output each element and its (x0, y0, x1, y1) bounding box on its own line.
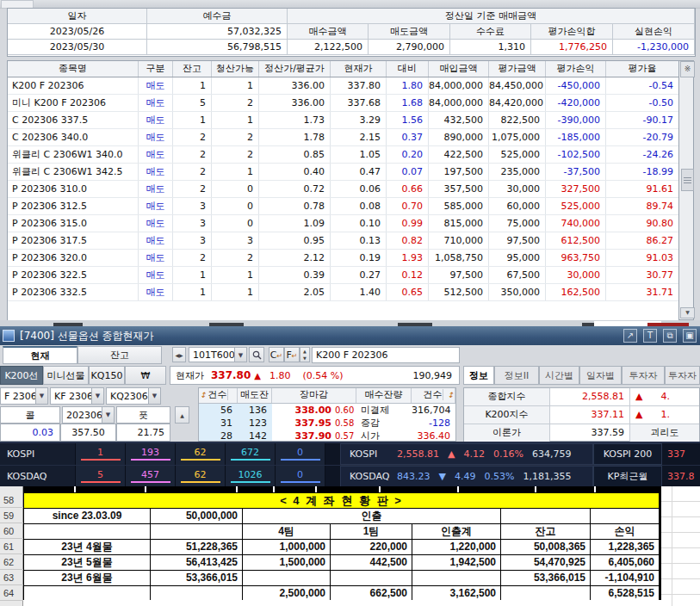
table-row[interactable]: P 202306 322.5매도110.390.270.1297,50067,5… (8, 267, 679, 284)
table-row[interactable]: P 202306 317.5매도330.950.130.82710,00097,… (8, 232, 679, 250)
month-combo-kf[interactable]: KF 2306▼ (50, 387, 104, 405)
trading-app-window: 일자 예수금 정산일 기준 매매금액 2023/05/26 57,032,325… (0, 0, 700, 606)
summary-subheader-evalpl: 평가손익합 (531, 24, 613, 40)
instrument-input[interactable]: K200 F 202306 (312, 347, 460, 363)
col-count-ask: ↕건수 (199, 388, 238, 403)
info-row-k200: K200지수 337.11 ▲ 1. (464, 406, 699, 424)
cell-pl_pct: -90.17 (606, 112, 679, 128)
table-row[interactable]: 위클리 C 2306W1 340.0매도220.851.050.20422,50… (8, 146, 679, 164)
sort-icon[interactable]: ↕ (200, 388, 207, 402)
chevron-down-icon[interactable]: ▼ (35, 388, 47, 404)
col-eval-amount: 평가금액 (489, 61, 546, 77)
tab-kq150[interactable]: KQ150 (89, 366, 125, 385)
top-mini-tab[interactable] (1, 0, 34, 8)
index-tag[interactable]: KP최근월 (593, 466, 662, 487)
search-icon[interactable] (249, 347, 264, 362)
chart-f-icon[interactable]: F↵ (284, 347, 300, 362)
table-row[interactable]: C 202306 340.0매도221.782.150.37890,0001,0… (8, 129, 679, 146)
positions-scrollbar[interactable]: ※ ▼ (678, 60, 694, 320)
summary-subheader-realized: 실현손익 (613, 24, 695, 40)
table-row[interactable]: 미니 K200 F 202306매도52336.00337.681.6884,0… (8, 95, 679, 112)
window-titlebar[interactable]: [7400] 선물옵션 종합현재가 ↗ T ⧉ ▣ (0, 326, 700, 345)
cell-diff: 0.65 (387, 284, 429, 300)
month-combo-f[interactable]: F 2306▼ (0, 387, 48, 405)
positions-rows: K200 F 202306매도11336.00337.801.8084,000,… (8, 77, 679, 301)
order-book-row[interactable]: 56136338.000.60미결제316,704 (199, 404, 455, 417)
tab-by-date[interactable]: 일자별 (579, 366, 622, 385)
text-icon[interactable]: T (643, 329, 657, 343)
table-row[interactable]: K200 F 202306매도11336.00337.801.8084,000,… (8, 77, 679, 95)
cell-side: 매도 (139, 181, 173, 197)
titlebar-buttons: ↗ T ⧉ ▣ (623, 329, 700, 343)
sheet-row-61: 23년 4월물 51,228,365 1,000,000 220,000 1,2… (24, 540, 660, 554)
advance-decline-cell: 1 (76, 443, 126, 465)
advance-decline-cell: 0 (276, 466, 325, 487)
scroll-down-icon[interactable]: ▼ (680, 307, 695, 318)
cell-eval_amt: 75,000 (489, 215, 546, 232)
table-row[interactable]: P 202306 312.5매도300.780.080.70585,00060,… (8, 198, 679, 215)
tab-current[interactable]: 현재 (3, 346, 77, 364)
table-row[interactable]: P 202306 332.5매도112.051.400.65512,500350… (8, 284, 679, 301)
cell-side: 매도 (139, 250, 173, 266)
cell-diff: 0.07 (387, 164, 429, 180)
order-book-row[interactable]: 31123337.950.58증감-128 (199, 417, 455, 430)
cell-pl: -420,000 (546, 95, 606, 111)
tab-balance[interactable]: 잔고 (77, 346, 162, 364)
account-status-spreadsheet: 58596061626364 < 4 계 좌 현 황 판 > since 23.… (0, 486, 700, 606)
sheet-row-58: < 4 계 좌 현 황 판 > (24, 493, 660, 508)
tab-mini-futures[interactable]: 미니선물 (43, 366, 89, 385)
advance-decline-cell: 5 (76, 466, 126, 487)
nav-arrows-icon[interactable]: ◀▶ (172, 347, 186, 362)
sort-icon[interactable]: ↕ (447, 388, 454, 402)
index-tag[interactable]: KOSPI 200 (593, 443, 662, 465)
chevron-down-icon[interactable]: ▼ (234, 348, 246, 362)
tab-info[interactable]: 정보 (463, 366, 494, 385)
market-label: KOSPI (0, 443, 76, 465)
cell-liq: 3 (212, 232, 259, 249)
cell-cur: 3.29 (331, 112, 387, 128)
cell-liq: 1 (212, 284, 259, 300)
popout-icon[interactable]: ↗ (623, 329, 637, 343)
cell-pl: 30,000 (546, 267, 606, 283)
cell-val: 316,704 (412, 404, 455, 417)
copy-icon[interactable]: ⧉ (663, 329, 677, 343)
chart-c-icon[interactable]: C↵ (269, 347, 284, 362)
col-current-price: 현재가 (331, 61, 387, 77)
cell-pl: -102,500 (546, 146, 606, 163)
table-row[interactable]: 위클리 C 2306W1 342.5매도210.400.470.07197,50… (8, 164, 679, 181)
grid-settings-icon[interactable]: ※ (680, 61, 695, 77)
spinner-icon[interactable]: ▲▼ (300, 347, 310, 362)
cell-qty: 1 (173, 112, 212, 128)
cell-cur: 1.05 (331, 146, 387, 163)
cell-liq: 1 (212, 77, 259, 94)
panel-icon[interactable]: ▣ (683, 329, 697, 343)
month-combo-kq[interactable]: KQ2306▼ (106, 387, 161, 405)
table-row[interactable]: C 202306 337.5매도111.733.291.56432,500822… (8, 112, 679, 129)
col-qty: 잔고 (173, 61, 212, 77)
sheet-row-numbers: 58596061626364 (0, 486, 23, 606)
cell-eval_amt: 350,000 (489, 284, 546, 300)
up-arrow-icon: ▲ (635, 391, 642, 402)
tab-investors[interactable]: 투자자 (622, 366, 665, 385)
chevron-down-icon[interactable]: ▼ (91, 388, 103, 404)
sheet-table: < 4 계 좌 현 황 판 > since 23.03.09 50,000,00… (23, 492, 661, 602)
cell-side: 매도 (139, 232, 173, 249)
code-combo[interactable]: 101T6000 ▼ (189, 347, 247, 362)
chevron-down-icon[interactable]: ▼ (148, 388, 160, 404)
chevron-down-icon[interactable]: ▼ (102, 407, 114, 423)
price-change-pct: (0.54 %) (303, 370, 344, 381)
table-row[interactable]: P 202306 315.0매도301.090.100.99815,00075,… (8, 215, 679, 232)
tab-by-time[interactable]: 시간별 (539, 366, 579, 385)
table-row[interactable]: P 202306 310.0매도200.720.060.66357,50030,… (8, 181, 679, 198)
tab-info2[interactable]: 정보II (494, 366, 539, 385)
option-month-combo[interactable]: 202306▼ (62, 406, 115, 424)
tab-k200-futures[interactable]: K200선물 (0, 366, 43, 385)
cell-name: P 202306 322.5 (8, 267, 139, 283)
scroll-up-icon[interactable]: ▲ (175, 406, 189, 424)
cell-eval_amt: 97,500 (489, 232, 546, 249)
table-row[interactable]: P 202306 320.0매도222.120.191.931,058,7509… (8, 250, 679, 267)
tab-won[interactable]: ₩ (125, 366, 166, 385)
tab-investors-2[interactable]: 투자자 (665, 366, 700, 385)
order-book-row[interactable]: 28142337.900.57시가336.40 (199, 430, 455, 442)
scrollbar-thumb[interactable] (681, 169, 694, 191)
